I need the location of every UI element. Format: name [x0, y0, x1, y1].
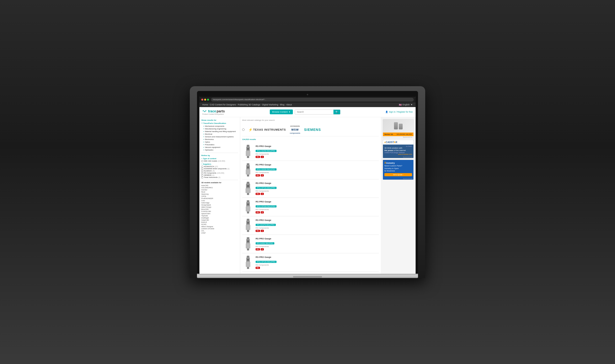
- cad-zuken[interactable]: ZUKEN CR-8000: [201, 228, 238, 230]
- assmann-top: ASSMANN: [290, 125, 300, 127]
- filter-eurotherm[interactable]: Eurotherm (4): [201, 170, 238, 172]
- catalog-radio-ti[interactable]: [242, 129, 245, 131]
- assmann-count: (1): [227, 168, 230, 169]
- logo[interactable]: traceparts: [202, 109, 225, 113]
- site-nav: Home CAD Content for Designers Publishin…: [199, 103, 416, 107]
- signin-label[interactable]: Sign in / Register for free: [389, 111, 413, 113]
- filter-texas-instruments[interactable]: Texas Instruments (2): [201, 176, 238, 178]
- product-thumb-4: [243, 200, 253, 214]
- refine-by-title: Refine by: [201, 154, 238, 156]
- assmann-components: components: [290, 132, 300, 134]
- nav-home[interactable]: Home: [202, 104, 210, 106]
- cad-kicad[interactable]: KiCAD: [201, 223, 238, 225]
- sidebar-item-mechanical[interactable]: Mechanical components: [201, 125, 238, 128]
- sidebar-item-pneumatics[interactable]: Pneumatics: [201, 143, 238, 146]
- cad-models-checkbox[interactable]: [201, 160, 203, 162]
- advantech-checkbox[interactable]: [201, 166, 203, 168]
- product-item-2[interactable]: RS PRO Gauge IPSU-G0050-5M12/PRO RS Comp…: [242, 161, 379, 179]
- filter-rs-components[interactable]: RS Components (134,493): [201, 172, 238, 174]
- ti-logo[interactable]: ⚡ TEXAS INSTRUMENTS: [248, 128, 286, 131]
- cad-designspark[interactable]: DesignSpark: [201, 204, 238, 206]
- sidebar-classification[interactable]: TraceParts Classification: [201, 122, 238, 124]
- product-thumb-7: [243, 255, 253, 270]
- ad1-sponsored: Sponsored link: [383, 136, 414, 138]
- sidebar-divider-2: [201, 180, 238, 180]
- cad-draftsight[interactable]: DraftSight: [201, 217, 238, 219]
- assmann-checkbox[interactable]: [201, 168, 203, 170]
- cad-sketchup[interactable]: SketchUp: [201, 193, 238, 195]
- cad-autocad[interactable]: AutoCAD: [201, 184, 238, 187]
- product-item-1[interactable]: RS PRO Gauge IPSU-G0250-5M12/PRO RS Comp…: [242, 142, 379, 161]
- cad-inventor[interactable]: Inventor: [201, 189, 238, 191]
- sidebar-item-electrical[interactable]: Electrical: [201, 133, 238, 135]
- product-thumb-1: [243, 144, 253, 159]
- ad-xometry-cta[interactable]: Get a Quote ›: [384, 173, 412, 176]
- rs-components-checkbox[interactable]: [201, 172, 203, 174]
- ad-xometry[interactable]: XXometry Need Custom Parts? Xometry is O…: [383, 160, 414, 180]
- sidebar-item-sensors[interactable]: Sensors and measurement systems: [201, 135, 238, 138]
- nav-blog[interactable]: Blog: [280, 104, 286, 106]
- cad-bricscad[interactable]: BricsCAD: [201, 208, 238, 210]
- cad-alibre[interactable]: Alibre Design: [201, 206, 238, 208]
- product-supplier-5: RS Components: [256, 227, 378, 229]
- cad-gstarcad[interactable]: GstarCAD: [201, 219, 238, 221]
- product-item-7[interactable]: RS PRO Gauge IPSU-GP100-5M12/PRO RS Comp…: [242, 253, 379, 272]
- nav-publishing[interactable]: Publishing 3D Catalogs: [238, 104, 262, 106]
- filter-cad-models[interactable]: With CAD models (134,500): [201, 160, 238, 162]
- ads-sidebar: Series UL SOLENOID VALVES Sponsored link…: [381, 117, 416, 274]
- advantech-count: (27): [215, 166, 218, 167]
- cad-creo[interactable]: Creo: [201, 199, 238, 202]
- language-chevron[interactable]: ▼: [411, 104, 413, 106]
- product-item-4[interactable]: RS PRO Gauge IPSU-GP008-5M12/PRO RS Comp…: [242, 198, 379, 216]
- search-button[interactable]: 🔍: [334, 110, 340, 114]
- filter-siemens[interactable]: SIEMENS (1): [201, 174, 238, 176]
- texas-instruments-checkbox[interactable]: [201, 176, 203, 178]
- cad-topsolid[interactable]: TopSolid: [201, 215, 238, 217]
- cad-proengineer[interactable]: Pro/ENGINEER: [201, 197, 238, 199]
- cad-solidworks[interactable]: SOLIDWORKS: [201, 187, 238, 189]
- sidebar-item-material[interactable]: Material handling and lifting equipment: [201, 130, 238, 133]
- cad-catia[interactable]: CATIA: [201, 195, 238, 197]
- cad-fusion360[interactable]: FUSION 360: [201, 210, 238, 212]
- cad-revit[interactable]: Revit: [201, 191, 238, 193]
- product-item-5[interactable]: RS PRO Gauge IPS-GM1P8-6M12/PRO RS Compo…: [242, 216, 379, 235]
- nav-right: 🇬🇧 English ▼: [399, 104, 413, 106]
- cad-solidedge[interactable]: Solid Edge: [201, 202, 238, 204]
- browser-dot-red[interactable]: [201, 99, 203, 101]
- search-input[interactable]: [295, 110, 334, 114]
- sidebar-item-vacuum[interactable]: Vacuum equipment: [201, 146, 238, 149]
- filter-advantech[interactable]: ADVANTECH (27): [201, 166, 238, 168]
- cad-step[interactable]: STEP: [201, 232, 238, 234]
- texas-instruments-label: Texas Instruments: [204, 176, 218, 178]
- ti-radio[interactable]: [242, 129, 245, 131]
- browser-dot-yellow[interactable]: [204, 99, 206, 101]
- sidebar-item-optics[interactable]: Optics: [201, 141, 238, 143]
- filter-assmann[interactable]: ASSMANN WSW components (1): [201, 168, 238, 170]
- nav-about[interactable]: About: [286, 104, 292, 106]
- catalog-logos: ⚡ TEXAS INSTRUMENTS ASSMANN WSW componen…: [242, 123, 379, 136]
- product-item-6[interactable]: RS PRO Gauge IPS-G4002-5M1/PRO RS Compon…: [242, 235, 379, 253]
- siemens-text: SIEMENS: [304, 128, 321, 131]
- product-item-3[interactable]: RS PRO Gauge IPSU-GP100-6M12/PRO RS Comp…: [242, 179, 379, 198]
- sidebar-item-manufacturing[interactable]: Manufacturing engineering: [201, 128, 238, 130]
- nav-marketing[interactable]: Digital Marketing: [262, 104, 280, 106]
- cad-altium[interactable]: Altium Designer: [201, 225, 238, 228]
- sidebar-item-electronics[interactable]: Electronics: [201, 138, 238, 141]
- siemens-logo[interactable]: SIEMENS: [304, 128, 321, 131]
- cad-stl[interactable]: STL: [201, 230, 238, 232]
- siemens-checkbox[interactable]: [201, 174, 203, 176]
- product-name-4: RS PRO Gauge: [256, 200, 378, 203]
- ad-solenoid-valves[interactable]: Series UL SOLENOID VALVES Sponsored link: [383, 119, 414, 138]
- eurotherm-checkbox[interactable]: [201, 170, 203, 172]
- assmann-logo[interactable]: ASSMANN WSW components: [290, 125, 300, 134]
- browser-urlbar[interactable]: traceparts.com/en/search/traceparts-clas…: [211, 98, 414, 102]
- browser-dot-green[interactable]: [207, 99, 209, 101]
- language-label[interactable]: English: [403, 104, 410, 106]
- sidebar-item-hydraulics[interactable]: Hydraulics: [201, 149, 238, 151]
- cad-eagle[interactable]: EAGLE: [201, 221, 238, 223]
- ad-ecadstar[interactable]: eCADSTAR by Zuken 3D EDA solution with t…: [383, 140, 414, 158]
- browse-content-button[interactable]: Browse Content ▼: [270, 109, 293, 114]
- cad-spaceclaim[interactable]: SpaceClaim: [201, 212, 238, 215]
- nav-cad[interactable]: CAD Content for Designers: [210, 104, 238, 106]
- search-bar: 🔍: [295, 109, 340, 115]
